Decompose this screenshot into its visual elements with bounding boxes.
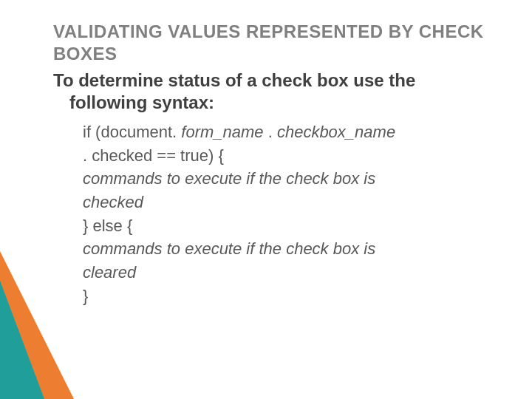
code-italic: form_name bbox=[181, 123, 263, 141]
code-line-3a: commands to execute if the check box is bbox=[83, 168, 497, 190]
slide-title: VALIDATING VALUES REPRESENTED BY CHECK B… bbox=[53, 21, 497, 65]
decoration-teal-triangle bbox=[0, 251, 44, 399]
slide: VALIDATING VALUES REPRESENTED BY CHECK B… bbox=[0, 0, 532, 399]
code-line-6: } bbox=[83, 285, 497, 307]
code-line-5a: commands to execute if the check box is bbox=[83, 238, 497, 260]
code-line-1: if (document. form_name . checkbox_name bbox=[83, 121, 497, 143]
code-text: if (document. bbox=[83, 123, 181, 141]
code-line-4: } else { bbox=[83, 215, 497, 237]
svg-marker-1 bbox=[0, 281, 44, 399]
code-block: if (document. form_name . checkbox_name … bbox=[53, 121, 497, 307]
subtitle-line-2: following syntax: bbox=[53, 92, 497, 114]
code-line-3b: checked bbox=[83, 191, 497, 214]
content-area: VALIDATING VALUES REPRESENTED BY CHECK B… bbox=[53, 21, 497, 309]
code-text: . bbox=[264, 123, 277, 141]
code-line-5b: cleared bbox=[83, 262, 497, 284]
subtitle-line-1: To determine status of a check box use t… bbox=[53, 70, 415, 90]
slide-subtitle: To determine status of a check box use t… bbox=[53, 69, 497, 114]
code-italic: checkbox_name bbox=[277, 123, 395, 141]
code-line-2: . checked == true) { bbox=[83, 145, 497, 167]
